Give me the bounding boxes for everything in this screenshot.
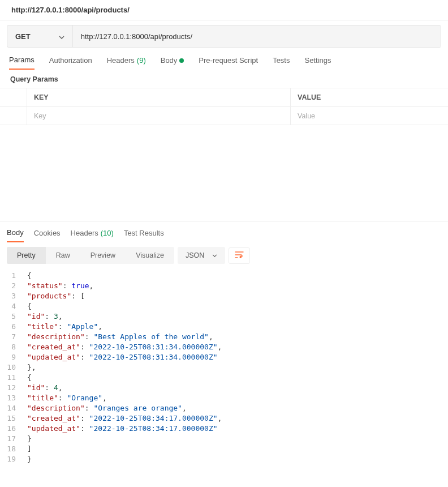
tab-body-label: Body: [161, 56, 178, 65]
tab-settings[interactable]: Settings: [304, 55, 331, 70]
response-tab-cookies[interactable]: Cookies: [34, 228, 61, 242]
tab-headers-count: (9): [137, 56, 146, 65]
http-method-label: GET: [15, 32, 31, 41]
value-col-header: VALUE: [291, 88, 448, 106]
tab-headers-label: Headers: [107, 56, 135, 65]
chevron-down-icon: [212, 254, 217, 257]
response-tab-test-results[interactable]: Test Results: [124, 228, 164, 242]
format-select[interactable]: JSON: [178, 247, 225, 264]
response-tabs: Body Cookies Headers (10) Test Results: [0, 221, 448, 242]
wrap-lines-button[interactable]: [229, 247, 250, 264]
body-indicator-icon: [179, 58, 184, 63]
query-params-table: KEY VALUE Key Value: [0, 88, 448, 125]
tab-pre-request[interactable]: Pre-request Script: [199, 55, 258, 70]
tab-headers[interactable]: Headers (9): [107, 55, 146, 70]
tab-authorization[interactable]: Authorization: [49, 55, 92, 70]
row-checkbox[interactable]: [0, 107, 27, 125]
request-tabs: Params Authorization Headers (9) Body Pr…: [0, 48, 448, 70]
view-mode-tabs: Pretty Raw Preview Visualize: [7, 247, 174, 264]
checkbox-col-header: [0, 88, 27, 106]
table-header-row: KEY VALUE: [0, 88, 448, 106]
format-label: JSON: [186, 251, 204, 259]
http-method-select[interactable]: GET: [7, 25, 73, 47]
response-headers-count: (10): [101, 229, 114, 237]
request-row: GET http://127.0.0.1:8000/api/products/: [7, 25, 441, 48]
spacer: [0, 125, 448, 221]
response-body-code[interactable]: 1{ 2 "status": true, 3 "products": [ 4 {…: [0, 268, 448, 471]
value-input[interactable]: Value: [291, 107, 448, 125]
tab-tests[interactable]: Tests: [273, 55, 290, 70]
view-tab-pretty[interactable]: Pretty: [7, 247, 46, 264]
view-tab-preview[interactable]: Preview: [80, 247, 126, 264]
tab-params[interactable]: Params: [9, 55, 35, 70]
query-params-header: Query Params: [0, 70, 448, 88]
chevron-down-icon: [59, 32, 64, 41]
wrap-icon: [235, 251, 244, 258]
response-view-row: Pretty Raw Preview Visualize JSON: [0, 242, 448, 268]
table-row: Key Value: [0, 106, 448, 125]
key-col-header: KEY: [27, 88, 291, 106]
request-url-input[interactable]: http://127.0.0.1:8000/api/products/: [73, 25, 441, 47]
request-tab-title[interactable]: http://127.0.0.1:8000/api/products/: [0, 0, 448, 20]
response-headers-label: Headers: [71, 229, 98, 237]
view-tab-visualize[interactable]: Visualize: [126, 247, 174, 264]
tab-body[interactable]: Body: [161, 55, 184, 70]
response-tab-headers[interactable]: Headers (10): [71, 228, 114, 242]
view-tab-raw[interactable]: Raw: [46, 247, 80, 264]
response-tab-body[interactable]: Body: [7, 228, 24, 242]
key-input[interactable]: Key: [27, 107, 291, 125]
